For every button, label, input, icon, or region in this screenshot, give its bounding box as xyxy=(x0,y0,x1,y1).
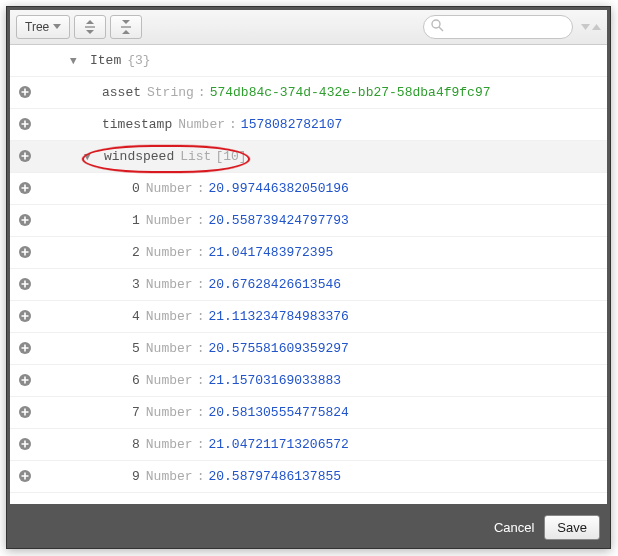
node-type: Number xyxy=(146,437,193,452)
node-value: 1578082782107 xyxy=(241,117,342,132)
node-type: Number xyxy=(146,405,193,420)
colon: : xyxy=(197,181,205,196)
node-value: 21.047211713206572 xyxy=(208,437,348,452)
tree-node-windspeed-item[interactable]: 6Number:21.15703169033883 xyxy=(10,365,607,397)
view-mode-label: Tree xyxy=(25,20,49,34)
node-index: 3 xyxy=(132,277,140,292)
node-value: 574db84c-374d-432e-bb27-58dba4f9fc97 xyxy=(210,85,491,100)
collapse-icon xyxy=(119,20,133,34)
node-index: 9 xyxy=(132,469,140,484)
node-key: asset xyxy=(102,85,141,100)
collapse-toggle[interactable]: ▼ xyxy=(70,55,84,67)
add-icon[interactable] xyxy=(18,341,34,357)
colon: : xyxy=(197,469,205,484)
node-value: 20.575581609359297 xyxy=(208,341,348,356)
node-type: Number xyxy=(146,373,193,388)
tree-node-windspeed-item[interactable]: 3Number:20.67628426613546 xyxy=(10,269,607,301)
collapse-all-button[interactable] xyxy=(110,15,142,39)
node-type: String xyxy=(147,85,194,100)
toolbar: Tree xyxy=(10,10,607,45)
node-index: 5 xyxy=(132,341,140,356)
colon: : xyxy=(229,117,237,132)
colon: : xyxy=(198,85,206,100)
tree-node-windspeed-item[interactable]: 8Number:21.047211713206572 xyxy=(10,429,607,461)
node-type: List xyxy=(180,149,211,164)
node-value: 21.15703169033883 xyxy=(208,373,341,388)
node-index: 7 xyxy=(132,405,140,420)
expand-all-button[interactable] xyxy=(74,15,106,39)
tree-viewer: ▼ Item {3} asset String : 574db84c-374d-… xyxy=(10,45,607,504)
editor-inner: Tree xyxy=(10,10,607,504)
node-count: [10] xyxy=(215,149,246,164)
node-value: 20.997446382050196 xyxy=(208,181,348,196)
node-index: 0 xyxy=(132,181,140,196)
tree-node-windspeed-item[interactable]: 2Number:21.0417483972395 xyxy=(10,237,607,269)
triangle-up-icon xyxy=(592,24,601,31)
add-icon[interactable] xyxy=(18,245,34,261)
node-type: Number xyxy=(146,277,193,292)
tree-node-windspeed-item[interactable]: 1Number:20.558739424797793 xyxy=(10,205,607,237)
node-type: Number xyxy=(146,341,193,356)
svg-point-2 xyxy=(432,20,440,28)
add-icon[interactable] xyxy=(18,149,34,165)
cancel-button[interactable]: Cancel xyxy=(494,520,534,535)
tree-node-windspeed-item[interactable]: 5Number:20.575581609359297 xyxy=(10,333,607,365)
add-icon[interactable] xyxy=(18,469,34,485)
node-value: 20.67628426613546 xyxy=(208,277,341,292)
search-options[interactable] xyxy=(581,24,601,31)
node-value: 20.558739424797793 xyxy=(208,213,348,228)
chevron-down-icon xyxy=(53,24,61,30)
node-type: Number xyxy=(146,245,193,260)
node-index: 8 xyxy=(132,437,140,452)
add-icon[interactable] xyxy=(18,117,34,133)
add-icon[interactable] xyxy=(18,373,34,389)
search-box xyxy=(423,15,573,39)
search-icon xyxy=(431,19,444,35)
tree-node-root[interactable]: ▼ Item {3} xyxy=(10,45,607,77)
colon: : xyxy=(197,405,205,420)
search-input[interactable] xyxy=(423,15,573,39)
colon: : xyxy=(197,341,205,356)
save-button[interactable]: Save xyxy=(544,515,600,540)
tree-node-timestamp[interactable]: timestamp Number : 1578082782107 xyxy=(10,109,607,141)
node-key: windspeed xyxy=(104,149,174,164)
colon: : xyxy=(197,245,205,260)
add-icon[interactable] xyxy=(18,309,34,325)
node-value: 21.0417483972395 xyxy=(208,245,333,260)
add-icon[interactable] xyxy=(18,437,34,453)
svg-line-3 xyxy=(439,27,443,31)
dialog-footer: Cancel Save xyxy=(7,507,610,548)
node-key: Item xyxy=(90,53,121,68)
node-index: 4 xyxy=(132,309,140,324)
add-icon[interactable] xyxy=(18,405,34,421)
node-value: 21.113234784983376 xyxy=(208,309,348,324)
tree-node-windspeed[interactable]: ▼ windspeed List [10] xyxy=(10,141,607,173)
add-icon[interactable] xyxy=(18,213,34,229)
node-type: Number xyxy=(178,117,225,132)
expand-icon xyxy=(83,20,97,34)
add-icon[interactable] xyxy=(18,277,34,293)
editor-dialog: Tree xyxy=(6,6,611,549)
node-index: 2 xyxy=(132,245,140,260)
add-icon[interactable] xyxy=(18,181,34,197)
node-type: Number xyxy=(146,309,193,324)
view-mode-dropdown[interactable]: Tree xyxy=(16,15,70,39)
colon: : xyxy=(197,309,205,324)
colon: : xyxy=(197,437,205,452)
add-icon[interactable] xyxy=(18,85,34,101)
colon: : xyxy=(197,373,205,388)
tree-node-windspeed-item[interactable]: 4Number:21.113234784983376 xyxy=(10,301,607,333)
node-type: Number xyxy=(146,213,193,228)
node-key: timestamp xyxy=(102,117,172,132)
tree-node-windspeed-item[interactable]: 0Number:20.997446382050196 xyxy=(10,173,607,205)
colon: : xyxy=(197,277,205,292)
tree-node-windspeed-item[interactable]: 9Number:20.58797486137855 xyxy=(10,461,607,493)
collapse-toggle[interactable]: ▼ xyxy=(84,151,98,163)
node-count: {3} xyxy=(127,53,150,68)
triangle-down-icon xyxy=(581,24,590,31)
tree-node-asset[interactable]: asset String : 574db84c-374d-432e-bb27-5… xyxy=(10,77,607,109)
node-value: 20.58797486137855 xyxy=(208,469,341,484)
node-index: 1 xyxy=(132,213,140,228)
node-type: Number xyxy=(146,181,193,196)
tree-node-windspeed-item[interactable]: 7Number:20.581305554775824 xyxy=(10,397,607,429)
